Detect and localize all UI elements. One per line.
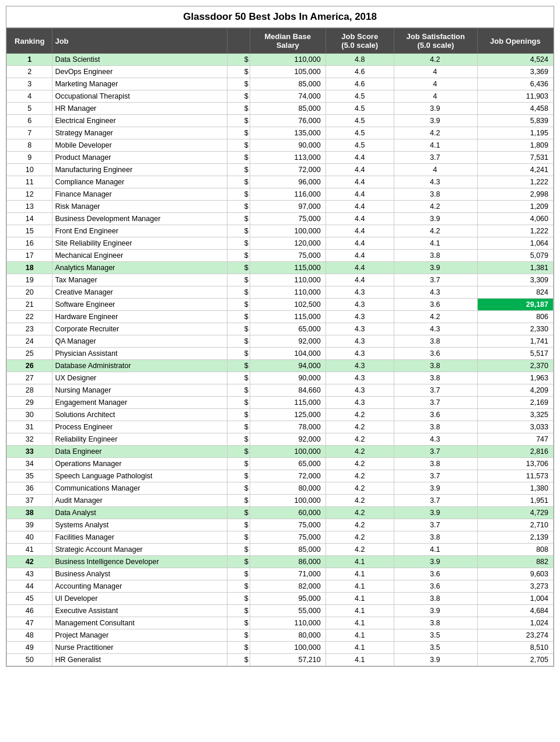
table-row: 49 Nurse Practitioner $ 100,000 4.1 3.5 … [7, 642, 554, 654]
score-cell: 4.6 [326, 66, 394, 78]
salary-cell: 110,000 [250, 274, 326, 286]
score-cell: 4.1 [326, 605, 394, 617]
rank-cell: 16 [7, 237, 52, 250]
satisfaction-cell: 3.9 [394, 103, 477, 115]
openings-cell: 1,809 [477, 139, 553, 152]
score-cell: 4.2 [326, 470, 394, 482]
score-cell: 4.1 [326, 556, 394, 568]
score-cell: 4.4 [326, 201, 394, 213]
rank-cell: 9 [7, 152, 52, 164]
rank-cell: 2 [7, 66, 52, 78]
openings-cell: 23,274 [477, 629, 553, 642]
job-cell: HR Manager [52, 103, 227, 115]
score-cell: 4.2 [326, 458, 394, 470]
openings-cell: 1,064 [477, 237, 553, 250]
rank-cell: 3 [7, 78, 52, 90]
rank-cell: 10 [7, 164, 52, 176]
job-cell: Product Manager [52, 152, 227, 164]
dollar-cell: $ [227, 127, 250, 139]
table-row: 22 Hardware Engineer $ 115,000 4.3 4.2 8… [7, 311, 554, 323]
dollar-cell: $ [227, 164, 250, 176]
salary-cell: 110,000 [250, 617, 326, 629]
openings-cell: 7,531 [477, 152, 553, 164]
dollar-cell: $ [227, 556, 250, 568]
salary-cell: 97,000 [250, 201, 326, 213]
job-cell: Database Administrator [52, 360, 227, 372]
table-row: 2 DevOps Engineer $ 105,000 4.6 4 3,369 [7, 66, 554, 78]
job-cell: Management Consultant [52, 617, 227, 629]
score-cell: 4.2 [326, 519, 394, 531]
salary-cell: 82,000 [250, 580, 326, 593]
openings-cell: 1,381 [477, 262, 553, 274]
satisfaction-cell: 3.9 [394, 482, 477, 495]
rank-cell: 17 [7, 250, 52, 262]
dollar-cell: $ [227, 237, 250, 250]
table-row: 25 Physician Assistant $ 104,000 4.3 3.6… [7, 348, 554, 360]
salary-cell: 85,000 [250, 103, 326, 115]
rank-cell: 13 [7, 201, 52, 213]
openings-cell: 3,325 [477, 409, 553, 421]
table-row: 21 Software Engineer $ 102,500 4.3 3.6 2… [7, 299, 554, 311]
openings-cell: 1,951 [477, 495, 553, 507]
table-row: 50 HR Generalist $ 57,210 4.1 3.9 2,705 [7, 654, 554, 666]
satisfaction-cell: 4.3 [394, 433, 477, 446]
satisfaction-cell: 3.7 [394, 446, 477, 458]
salary-cell: 100,000 [250, 495, 326, 507]
openings-cell: 4,241 [477, 164, 553, 176]
score-cell: 4.2 [326, 495, 394, 507]
satisfaction-cell: 3.7 [394, 274, 477, 286]
openings-cell: 8,510 [477, 642, 553, 654]
openings-cell: 806 [477, 311, 553, 323]
openings-cell: 2,998 [477, 188, 553, 201]
satisfaction-cell: 3.6 [394, 580, 477, 593]
score-cell: 4.8 [326, 54, 394, 66]
job-cell: Physician Assistant [52, 348, 227, 360]
rank-cell: 23 [7, 323, 52, 335]
score-cell: 4.3 [326, 360, 394, 372]
satisfaction-cell: 3.9 [394, 507, 477, 519]
satisfaction-cell: 3.9 [394, 262, 477, 274]
table-row: 4 Occupational Therapist $ 74,000 4.5 4 … [7, 90, 554, 103]
score-cell: 4.5 [326, 139, 394, 152]
salary-cell: 110,000 [250, 286, 326, 299]
openings-cell: 4,524 [477, 54, 553, 66]
dollar-cell: $ [227, 617, 250, 629]
rank-cell: 26 [7, 360, 52, 372]
col-header-score: Job Score(5.0 scale) [326, 29, 394, 54]
salary-cell: 100,000 [250, 642, 326, 654]
table-row: 8 Mobile Developer $ 90,000 4.5 4.1 1,80… [7, 139, 554, 152]
score-cell: 4.2 [326, 531, 394, 544]
dollar-cell: $ [227, 384, 250, 397]
salary-cell: 80,000 [250, 482, 326, 495]
score-cell: 4.4 [326, 250, 394, 262]
dollar-cell: $ [227, 152, 250, 164]
openings-cell: 1,380 [477, 482, 553, 495]
score-cell: 4.3 [326, 299, 394, 311]
table-row: 1 Data Scientist $ 110,000 4.8 4.2 4,524 [7, 54, 554, 66]
job-cell: Operations Manager [52, 458, 227, 470]
table-row: 19 Tax Manager $ 110,000 4.4 3.7 3,309 [7, 274, 554, 286]
score-cell: 4.1 [326, 654, 394, 666]
salary-cell: 75,000 [250, 531, 326, 544]
openings-cell: 2,710 [477, 519, 553, 531]
table-row: 38 Data Analyst $ 60,000 4.2 3.9 4,729 [7, 507, 554, 519]
rank-cell: 25 [7, 348, 52, 360]
dollar-cell: $ [227, 531, 250, 544]
rank-cell: 27 [7, 372, 52, 384]
table-row: 16 Site Reliability Engineer $ 120,000 4… [7, 237, 554, 250]
score-cell: 4.6 [326, 78, 394, 90]
satisfaction-cell: 3.9 [394, 556, 477, 568]
job-cell: Reliability Engineer [52, 433, 227, 446]
table-row: 27 UX Designer $ 90,000 4.3 3.8 1,963 [7, 372, 554, 384]
score-cell: 4.3 [326, 384, 394, 397]
salary-cell: 90,000 [250, 139, 326, 152]
openings-cell: 4,684 [477, 605, 553, 617]
dollar-cell: $ [227, 323, 250, 335]
salary-cell: 72,000 [250, 164, 326, 176]
dollar-cell: $ [227, 482, 250, 495]
openings-cell: 4,060 [477, 213, 553, 225]
job-cell: Data Analyst [52, 507, 227, 519]
salary-cell: 125,000 [250, 409, 326, 421]
col-header-openings: Job Openings [477, 29, 553, 54]
rank-cell: 31 [7, 421, 52, 433]
